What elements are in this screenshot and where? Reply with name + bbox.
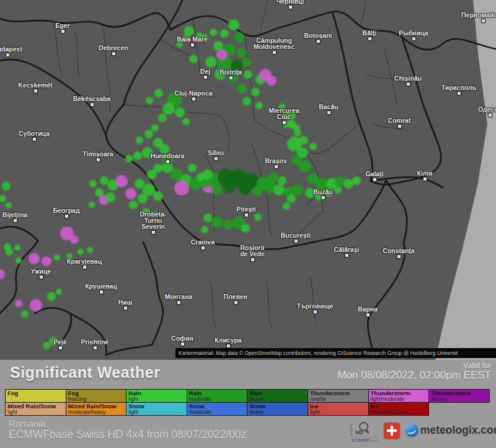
swiss-vertical-label: swiss [349,423,353,436]
legend-cell: Fog [5,389,66,403]
region-name: Romania [9,418,46,429]
city-marker [406,82,410,86]
legend-cell: Rainmoderate [187,389,248,403]
city-marker [373,177,377,182]
city-marker [93,346,97,350]
city-marker [99,290,104,294]
city-marker [274,164,278,169]
weather-map[interactable]: BudapestEgerDebrecenKecskemétBékéscsabaС… [0,0,496,360]
meteologix-brand[interactable]: meteologix.com [405,424,496,437]
city-marker [488,113,492,117]
city-marker [366,313,370,317]
city-marker [96,158,100,162]
city-marker [321,195,326,200]
city-marker [288,5,293,9]
city-marker [316,39,321,43]
city-marker [180,342,185,346]
city-marker [397,124,402,128]
city-marker [244,213,249,217]
city-marker [250,258,255,262]
legend-cell: Icelight [308,402,369,416]
meteologix-globe-icon [405,424,418,437]
valid-time: Mon 08/08/2022, 02:00pm EEST [337,369,491,382]
swiss-hd-model-logo: swiss HD ECMWFbase [350,422,381,444]
city-marker [90,102,94,107]
city-marker [151,230,156,235]
legend: FogFogfreezingRainlightRainmoderateRainh… [5,389,490,416]
city-marker [201,246,205,250]
legend-cell: Fogfreezing [66,389,127,403]
city-marker [327,110,331,115]
city-marker [313,310,317,314]
weather-app: BudapestEgerDebrecenKecskemétBékéscsabaС… [0,0,496,448]
city-layer: BudapestEgerDebrecenKecskemétBékéscsabaС… [0,0,496,360]
legend-cell: Mixed Rain/Snowlight [5,402,66,416]
page-title: Significant Weather [10,364,160,382]
city-marker [457,91,461,96]
city-marker [282,120,286,125]
city-marker [345,253,349,258]
valid-time-block: Valid for Mon 08/08/2022, 02:00pm EEST [337,361,491,382]
city-marker [294,239,298,243]
legend-cell: Rainlight [126,389,187,403]
city-marker [203,75,208,79]
city-marker [166,159,170,164]
city-marker [39,275,43,279]
city-marker [397,254,401,259]
city-marker [192,97,196,101]
legend-cell: Snowheavy [247,402,308,416]
legend-cell: Thunderstormnearby [308,389,369,403]
city-marker [234,300,238,305]
legend-cell: Thunderstormsevere [428,389,490,403]
magnifier-handle-icon [365,429,370,434]
city-marker [177,300,181,305]
city-marker [82,265,87,269]
legend-cell: Rainheavy [247,389,308,403]
base-label: base [370,439,378,442]
city-marker [6,53,10,57]
city-marker [123,306,128,310]
city-marker [58,346,63,350]
city-marker [226,344,231,348]
city-marker [412,37,416,41]
city-marker [190,43,195,47]
city-marker [32,137,37,141]
legend-cell: Snowmoderate [187,402,248,416]
city-marker [13,218,17,223]
city-marker [423,177,427,181]
swiss-flag-icon [384,423,400,439]
bottom-panel: Significant Weather Valid for Mon 08/08/… [0,360,496,448]
map-attribution: Kartenmaterial: Map data © OpenStreetMap… [175,348,496,358]
model-run-info: ECMWFbase Swiss HD 4x4 from 08/07/2022/0… [9,428,246,441]
legend-cell: Mixed Rain/Snowmoderate/heavy [66,402,127,416]
ecmwf-label: ECMWFbase [352,437,378,443]
city-marker [481,19,485,23]
city-marker [112,52,116,56]
hd-label: HD [355,429,363,436]
city-marker [214,156,218,161]
valid-for-label: Valid for [337,361,491,370]
city-marker [272,50,277,55]
city-marker [64,214,69,218]
brand-name: meteologix.com [420,424,496,437]
city-marker [33,89,38,93]
city-marker [61,29,65,34]
legend-cell: Icemoderate/heavy [368,402,430,416]
legend-cell: Snowlight [126,402,187,416]
city-marker [229,76,233,80]
legend-cell: Thunderstormlight/moderate [368,389,430,403]
city-marker [368,37,372,41]
